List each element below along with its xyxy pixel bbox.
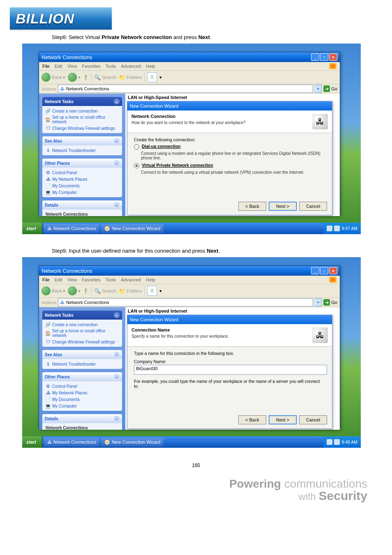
link-network-places[interactable]: 🖧My Network Places xyxy=(46,176,119,182)
clock: 9:48 AM xyxy=(341,440,357,444)
explorer-window: Network Connections _ □ × File Edit View… xyxy=(39,52,340,215)
menu-view[interactable]: View xyxy=(67,64,77,69)
address-input[interactable]: 🖧Network Connections xyxy=(58,298,313,306)
start-button[interactable]: start xyxy=(22,436,42,448)
new-connection-wizard: New Connection Wizard Network Connection… xyxy=(127,101,332,215)
start-button[interactable]: start xyxy=(22,223,42,234)
sidebar: Network Tasks⌄ 🔗Create a new connection … xyxy=(39,94,125,216)
step9-caption: Step9: Input the user-defined name for t… xyxy=(52,247,220,255)
next-button[interactable]: Next > xyxy=(269,415,297,424)
task-home-network[interactable]: 🏠Set up a home or small office network xyxy=(46,114,119,125)
wizard-heading: Network Connection xyxy=(131,114,246,119)
company-name-label: Company Name: xyxy=(134,359,325,364)
maximize-button[interactable]: □ xyxy=(320,267,328,274)
go-button[interactable]: ➜Go xyxy=(323,299,337,306)
collapse-icon[interactable]: ⌄ xyxy=(114,138,120,144)
collapse-icon[interactable]: ⌄ xyxy=(114,160,120,166)
link-troubleshooter[interactable]: ℹNetwork Troubleshooter xyxy=(46,361,119,367)
back-button[interactable]: Back ▾ xyxy=(42,286,65,295)
collapse-icon[interactable]: ⌄ xyxy=(114,202,120,208)
close-button[interactable]: × xyxy=(329,267,337,274)
screenshot-1: Network Connections _ □ × File Edit View… xyxy=(22,44,361,234)
collapse-icon[interactable]: ⌄ xyxy=(114,99,120,104)
back-button[interactable]: < Back xyxy=(238,202,266,211)
radio-vpn[interactable]: Virtual Private Network connection xyxy=(134,163,325,168)
up-button[interactable]: ⭱ xyxy=(83,74,89,81)
folders-button[interactable]: 📁Folders xyxy=(119,74,142,81)
menu-advanced[interactable]: Advanced xyxy=(121,277,141,282)
tray-icon[interactable] xyxy=(334,226,340,231)
link-my-computer[interactable]: 💻My Computer xyxy=(46,403,119,409)
back-button[interactable]: Back ▾ xyxy=(42,73,65,82)
brand-logo: BILLION xyxy=(10,7,112,30)
task-firewall[interactable]: 🛡Change Windows Firewall settings xyxy=(46,125,119,131)
link-control-panel[interactable]: ⚙Control Panel xyxy=(46,169,119,176)
task-new-connection-wizard[interactable]: 🧭 New Connection Wizard xyxy=(101,438,164,447)
forward-button[interactable]: ▾ xyxy=(68,286,81,295)
address-dropdown[interactable]: ▾ xyxy=(315,85,322,93)
folders-button[interactable]: 📁Folders xyxy=(119,288,142,294)
wizard-icon: 🖧 xyxy=(312,114,328,129)
maximize-button[interactable]: □ xyxy=(320,53,328,61)
menu-favorites[interactable]: Favorites xyxy=(82,277,100,282)
close-button[interactable]: × xyxy=(329,53,337,61)
wizard-subtitle: How do you want to connect to the networ… xyxy=(131,120,246,125)
task-home-network[interactable]: 🏠Set up a home or small office network xyxy=(46,328,119,339)
tray-icon[interactable] xyxy=(327,439,332,445)
task-new-connection-wizard[interactable]: 🧭 New Connection Wizard xyxy=(101,224,164,233)
minimize-button[interactable]: _ xyxy=(311,267,319,274)
minimize-button[interactable]: _ xyxy=(311,53,319,61)
windows-flag-icon xyxy=(329,63,337,69)
step8-caption: Step8: Select Virtual Private Network co… xyxy=(52,34,212,41)
menu-advanced[interactable]: Advanced xyxy=(121,64,141,69)
task-new-connection[interactable]: 🔗Create a new connection xyxy=(46,108,119,114)
forward-button[interactable]: ▾ xyxy=(68,73,81,82)
task-new-connection[interactable]: 🔗Create a new connection xyxy=(46,321,119,328)
link-my-computer[interactable]: 💻My Computer xyxy=(46,189,119,196)
link-network-places[interactable]: 🖧My Network Places xyxy=(46,389,119,396)
go-button[interactable]: ➜Go xyxy=(323,85,337,92)
cancel-button[interactable]: Cancel xyxy=(299,415,327,424)
menu-file[interactable]: File xyxy=(42,64,50,69)
tray-icon[interactable] xyxy=(334,439,340,445)
link-control-panel[interactable]: ⚙Control Panel xyxy=(46,383,119,389)
address-input[interactable]: 🖧Network Connections xyxy=(58,85,313,93)
panel-see-also: See Also⌄ ℹNetwork Troubleshooter xyxy=(42,136,122,155)
menu-favorites[interactable]: Favorites xyxy=(82,64,100,69)
next-button[interactable]: Next > xyxy=(269,202,297,211)
task-firewall[interactable]: 🛡Change Windows Firewall settings xyxy=(46,339,119,345)
up-button[interactable]: ⭱ xyxy=(83,288,89,294)
menu-edit[interactable]: Edit xyxy=(55,277,62,282)
new-connection-wizard: New Connection Wizard Connection Name Sp… xyxy=(127,315,332,429)
menu-file[interactable]: File xyxy=(42,277,50,282)
group-label: LAN or High-Speed Internet xyxy=(128,95,187,100)
menu-edit[interactable]: Edit xyxy=(55,64,62,69)
task-network-connections[interactable]: 🖧 Network Connections xyxy=(44,224,100,233)
address-bar: Address 🖧Network Connections ▾ ➜Go xyxy=(39,84,340,94)
address-dropdown[interactable]: ▾ xyxy=(315,298,322,306)
company-name-input[interactable]: BiGuard30 xyxy=(134,365,327,375)
search-button[interactable]: 🔍Search xyxy=(94,74,116,81)
back-button[interactable]: < Back xyxy=(238,415,266,424)
search-button[interactable]: 🔍Search xyxy=(94,288,116,294)
link-my-documents[interactable]: 📄My Documents xyxy=(46,182,119,189)
cancel-button[interactable]: Cancel xyxy=(299,202,327,211)
views-button[interactable]: ⠿ xyxy=(147,286,157,296)
menu-help[interactable]: Help xyxy=(146,277,155,282)
link-troubleshooter[interactable]: ℹNetwork Troubleshooter xyxy=(46,147,119,154)
menu-tools[interactable]: Tools xyxy=(106,277,116,282)
menu-tools[interactable]: Tools xyxy=(106,64,116,69)
menu-view[interactable]: View xyxy=(67,277,77,282)
screenshot-2: Network Connections _ □ × File Edit View… xyxy=(22,257,361,448)
system-tray: 9:47 AM xyxy=(323,223,361,234)
task-network-connections[interactable]: 🖧 Network Connections xyxy=(44,438,100,447)
menu-help[interactable]: Help xyxy=(146,64,155,69)
link-my-documents[interactable]: 📄My Documents xyxy=(46,396,119,403)
windows-flag-icon xyxy=(329,277,337,283)
tray-icon[interactable] xyxy=(327,226,332,231)
wizard-heading: Connection Name xyxy=(131,327,229,332)
content-pane: LAN or High-Speed Internet New Connectio… xyxy=(125,94,340,216)
radio-dialup[interactable]: Dial-up connection xyxy=(134,144,325,150)
views-button[interactable]: ⠿ xyxy=(147,72,157,82)
explorer-window: Network Connections _ □ × File Edit View… xyxy=(39,265,340,429)
